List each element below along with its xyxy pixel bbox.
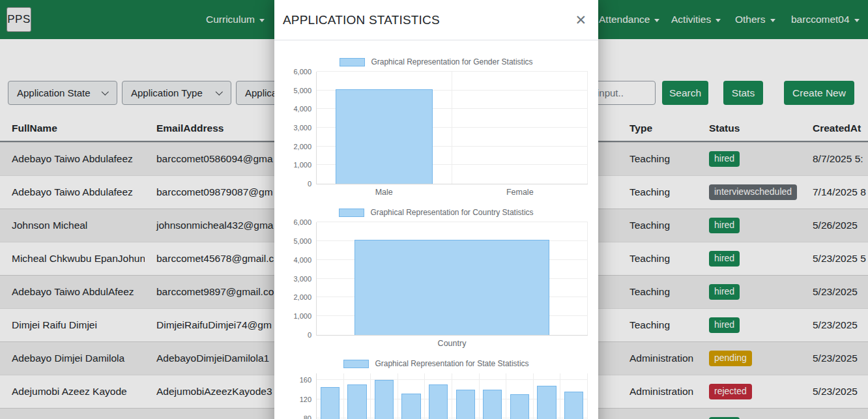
- chart-bar: [456, 390, 475, 419]
- chart-bar: [429, 384, 448, 419]
- y-tick-label: 2,000: [293, 293, 311, 301]
- y-tick-label: 160: [300, 376, 311, 384]
- plot-area: 01,0002,0003,0004,0005,0006,000: [316, 222, 588, 336]
- y-tick-label: 0: [308, 331, 311, 339]
- chart-bar: [347, 384, 366, 419]
- chart-bar: [354, 240, 549, 335]
- chart-bar: [483, 390, 502, 419]
- x-tick-label: Country: [316, 339, 588, 349]
- y-tick-label: 80: [304, 414, 311, 419]
- y-tick-label: 4,000: [293, 105, 311, 113]
- y-tick-label: 0: [308, 180, 311, 188]
- y-tick-label: 1,000: [293, 312, 311, 320]
- modal-header: APPLICATION STATISTICS ✕: [274, 0, 598, 40]
- x-tick-label: Female: [452, 188, 588, 198]
- y-tick-label: 5,000: [293, 87, 311, 94]
- chart-bar: [564, 392, 583, 419]
- y-tick-label: 120: [300, 396, 311, 403]
- chart-bar: [321, 387, 340, 419]
- chart-bar: [401, 394, 420, 419]
- chart-bar: [537, 386, 556, 419]
- y-tick-label: 1,000: [293, 161, 311, 169]
- modal-title: APPLICATION STATISTICS: [283, 13, 440, 27]
- legend-label: Graphical Representation for Country Sta…: [370, 208, 533, 217]
- chart-bar: [510, 394, 529, 419]
- y-tick-label: 5,000: [293, 237, 311, 245]
- y-tick-label: 3,000: [293, 124, 311, 132]
- y-tick-label: 3,000: [293, 275, 311, 283]
- gender-statistics-chart: Graphical Representation for Gender Stat…: [282, 57, 590, 198]
- x-tick-label: Male: [316, 188, 452, 198]
- application-management-page: PPS Curriculum Attendance Activities Oth…: [0, 0, 868, 419]
- chart-bar: [336, 89, 433, 184]
- y-tick-label: 6,000: [293, 68, 311, 76]
- chart-legend: Graphical Representation for Country Sta…: [282, 208, 590, 217]
- modal-body: Graphical Representation for Gender Stat…: [274, 40, 598, 419]
- x-axis-labels: Country: [316, 339, 588, 349]
- close-icon[interactable]: ✕: [575, 13, 586, 27]
- plot-area: 01,0002,0003,0004,0005,0006,000: [316, 72, 588, 184]
- plot-area: 04080120160: [316, 373, 588, 419]
- country-statistics-chart: Graphical Representation for Country Sta…: [282, 208, 590, 349]
- application-statistics-modal: APPLICATION STATISTICS ✕ Graphical Repre…: [274, 0, 598, 419]
- legend-swatch: [339, 209, 364, 217]
- y-tick-label: 2,000: [293, 143, 311, 151]
- y-tick-label: 6,000: [293, 218, 311, 226]
- legend-swatch: [340, 58, 365, 66]
- chart-bar: [375, 380, 394, 419]
- legend-swatch: [343, 360, 369, 368]
- y-tick-label: 4,000: [293, 256, 311, 264]
- x-axis-labels: MaleFemale: [316, 188, 588, 198]
- chart-legend: Graphical Representation for State Stati…: [282, 359, 590, 368]
- legend-label: Graphical Representation for Gender Stat…: [371, 57, 532, 66]
- legend-label: Graphical Representation for State Stati…: [375, 359, 528, 368]
- state-statistics-chart: Graphical Representation for State Stati…: [282, 359, 590, 419]
- chart-legend: Graphical Representation for Gender Stat…: [282, 57, 590, 66]
